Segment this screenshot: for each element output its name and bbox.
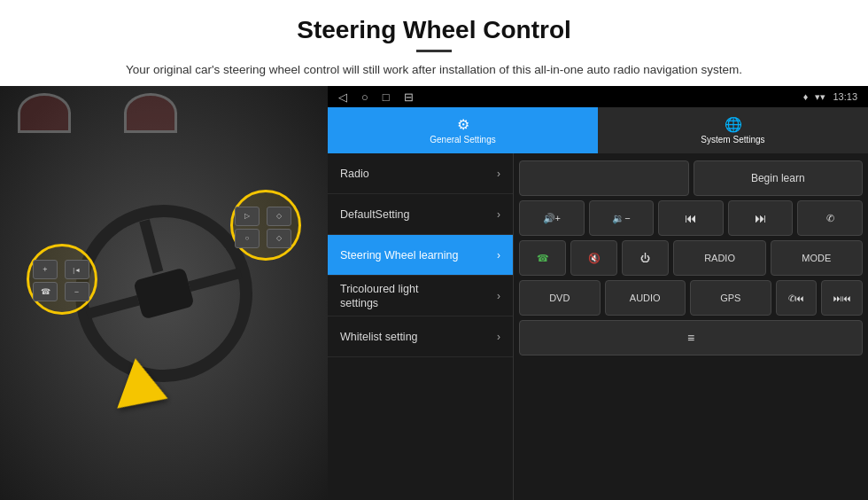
begin-learn-button[interactable]: Begin learn: [694, 160, 864, 196]
tab-general-settings[interactable]: ⚙ General Settings: [328, 107, 598, 153]
car-image-section: + |◄ ☎ − ▷ ◇ ○ ◇: [0, 86, 328, 500]
arrow-shape: [117, 358, 177, 423]
power-icon: ⏻: [640, 253, 650, 263]
chevron-icon: ›: [497, 331, 500, 343]
menu-radio-label: Radio: [340, 168, 369, 180]
next-track-button[interactable]: ⏭: [728, 200, 794, 236]
menu-tricoloured-label: Tricoloured lightsettings: [340, 282, 418, 311]
menu-default-label: DefaultSetting: [340, 208, 410, 221]
sw-btn-r4: ◇: [267, 229, 291, 248]
android-tabs: ⚙ General Settings 🌐 System Settings: [328, 107, 868, 153]
audio-label: AUDIO: [630, 293, 661, 303]
answer-button[interactable]: ☎: [519, 240, 566, 276]
dvd-button[interactable]: DVD: [519, 280, 601, 316]
gps-button[interactable]: GPS: [690, 280, 771, 316]
android-section: ◁ ○ □ ⊟ ♦ ▾▾ 13:13 ⚙ General Settings: [328, 86, 868, 500]
content-area: + |◄ ☎ − ▷ ◇ ○ ◇: [0, 86, 868, 500]
time-display: 13:13: [833, 91, 857, 102]
dvd-label: DVD: [549, 293, 570, 303]
car-background: + |◄ ☎ − ▷ ◇ ○ ◇: [0, 86, 328, 500]
radio-label: RADIO: [704, 253, 735, 263]
phone-button[interactable]: ✆: [797, 200, 863, 236]
tab-system-settings[interactable]: 🌐 System Settings: [598, 107, 868, 153]
menu-whitelist-label: Whitelist setting: [340, 331, 418, 343]
sw-btn-track: |◄: [65, 260, 89, 279]
controls-row-3: DVD AUDIO GPS ✆⏮ ⏭⏮: [519, 280, 863, 316]
skip-combo-button[interactable]: ⏭⏮: [821, 280, 863, 316]
nav-menu-icon[interactable]: ⊟: [404, 90, 414, 104]
sw-btn-r2: ◇: [267, 207, 291, 226]
header-divider: [416, 50, 452, 52]
gear-icon: ⚙: [457, 116, 469, 133]
menu-tricoloured-text-group: Tricoloured lightsettings: [340, 282, 418, 311]
chevron-icon: ›: [497, 208, 500, 221]
menu-item-default[interactable]: DefaultSetting ›: [328, 194, 513, 235]
gauge-left: [18, 93, 71, 133]
vol-up-button[interactable]: 🔊+: [519, 200, 585, 236]
statusbar-info: ♦ ▾▾ 13:13: [803, 91, 857, 103]
arrow-indicator: [125, 364, 169, 418]
page-header: Steering Wheel Control Your original car…: [0, 0, 868, 86]
sw-btn-r3: ○: [235, 229, 260, 248]
android-main-content: Radio › DefaultSetting › Steering Wheel …: [328, 153, 868, 500]
controls-row-4: ≡: [519, 320, 863, 355]
menu-item-tricoloured[interactable]: Tricoloured lightsettings ›: [328, 276, 513, 316]
sw-btn-vol-up: +: [33, 260, 58, 279]
left-button-group: + |◄ ☎ −: [33, 260, 93, 301]
controls-row-1: 🔊+ 🔉− ⏮ ⏭ ✆: [519, 200, 863, 236]
chevron-icon: ›: [497, 168, 500, 180]
menu-item-steering[interactable]: Steering Wheel learning ›: [328, 235, 513, 276]
chevron-icon: ›: [497, 290, 500, 302]
vol-down-icon: 🔉−: [612, 213, 630, 224]
controls-row-0: Begin learn: [519, 160, 863, 196]
nav-back-icon[interactable]: ◁: [338, 90, 347, 104]
tab-general-label: General Settings: [430, 135, 496, 145]
list-button[interactable]: ≡: [519, 320, 863, 355]
skip-combo-icon: ⏭⏮: [833, 293, 851, 303]
location-icon: ♦: [803, 91, 809, 102]
gps-label: GPS: [720, 293, 740, 303]
sw-btn-vol-dn: −: [65, 282, 89, 301]
globe-icon: 🌐: [725, 116, 742, 133]
radio-button[interactable]: RADIO: [673, 240, 765, 276]
prev-track-button[interactable]: ⏮: [658, 200, 724, 236]
gauge-right: [124, 93, 177, 133]
mode-label: MODE: [802, 253, 831, 263]
mode-button[interactable]: MODE: [771, 240, 863, 276]
controls-row-2: ☎ 🔇 ⏻ RADIO MODE: [519, 240, 863, 276]
nav-home-icon[interactable]: ○: [361, 90, 368, 104]
phone-icon: ✆: [826, 213, 834, 224]
menu-steering-label: Steering Wheel learning: [340, 249, 458, 262]
audio-button[interactable]: AUDIO: [605, 280, 686, 316]
mute-button[interactable]: 🔇: [570, 240, 617, 276]
chevron-icon: ›: [497, 249, 500, 262]
tel-prev-icon: ✆⏮: [788, 293, 804, 303]
android-statusbar: ◁ ○ □ ⊟ ♦ ▾▾ 13:13: [328, 86, 868, 107]
list-icon: ≡: [687, 331, 694, 345]
sw-btn-r1: ▷: [235, 207, 260, 226]
right-button-group: ▷ ◇ ○ ◇: [235, 207, 295, 248]
next-track-icon: ⏭: [755, 211, 767, 225]
tab-system-label: System Settings: [701, 135, 764, 145]
prev-track-icon: ⏮: [685, 211, 697, 225]
menu-item-radio[interactable]: Radio ›: [328, 153, 513, 194]
tel-prev-button[interactable]: ✆⏮: [776, 280, 818, 316]
page-container: Steering Wheel Control Your original car…: [0, 0, 868, 500]
mute-icon: 🔇: [588, 253, 601, 264]
menu-panel: Radio › DefaultSetting › Steering Wheel …: [328, 153, 514, 500]
statusbar-navigation: ◁ ○ □ ⊟: [338, 90, 414, 104]
sw-btn-phone: ☎: [33, 282, 58, 301]
answer-icon: ☎: [537, 253, 549, 264]
vol-down-button[interactable]: 🔉−: [589, 200, 655, 236]
power-button[interactable]: ⏻: [622, 240, 669, 276]
header-description: Your original car's steering wheel contr…: [89, 61, 779, 79]
dashboard-gauges: [18, 93, 310, 137]
controls-panel: Begin learn 🔊+ 🔉− ⏮: [514, 153, 868, 500]
vol-up-icon: 🔊+: [543, 213, 561, 224]
page-title: Steering Wheel Control: [53, 16, 815, 44]
signal-icon: ▾▾: [815, 91, 825, 103]
menu-item-whitelist[interactable]: Whitelist setting ›: [328, 316, 513, 357]
empty-input-box: [519, 160, 689, 196]
nav-recent-icon[interactable]: □: [383, 90, 390, 104]
